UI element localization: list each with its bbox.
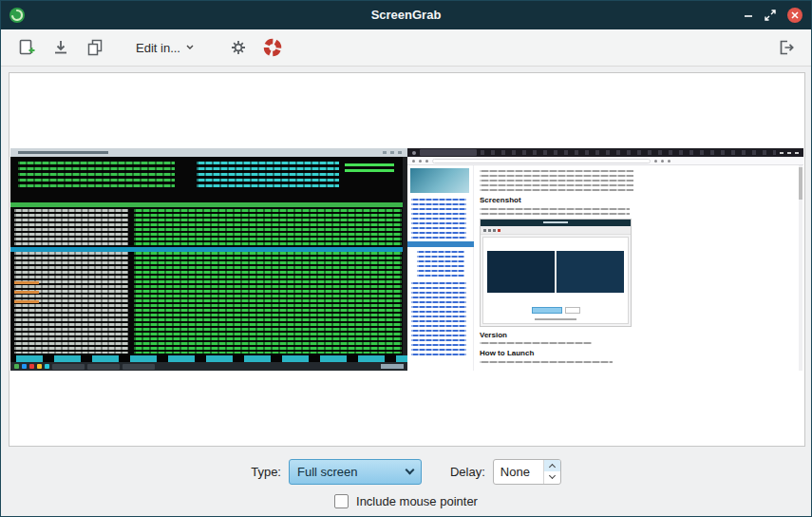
taskbar-app-icon: [37, 364, 42, 369]
delay-label: Delay:: [450, 465, 485, 479]
settings-button[interactable]: [224, 33, 253, 62]
type-label: Type:: [251, 465, 281, 479]
firefox-window-controls: [780, 152, 799, 154]
taskbar-app-icon: [45, 364, 49, 369]
maximize-button[interactable]: [764, 9, 777, 22]
window-controls: [743, 1, 803, 29]
toolbar: Edit in...: [1, 29, 811, 67]
preview-area: Screenshot: [9, 72, 805, 447]
htop-highlight-cell: [14, 281, 39, 284]
firefox-window: Screenshot: [407, 148, 803, 371]
type-select[interactable]: Full screen: [289, 459, 422, 485]
htop-column-header: [10, 202, 407, 207]
sidebar-cover-image: [410, 168, 469, 193]
htop-selected-row: [10, 247, 407, 252]
minimize-button[interactable]: [743, 10, 754, 21]
quit-button[interactable]: [771, 33, 800, 62]
delay-spinbox[interactable]: None: [493, 459, 561, 485]
heading-how-to-launch: How to Launch: [480, 349, 534, 357]
terminal-window: [10, 148, 407, 371]
htop-function-key-bar: [10, 355, 407, 362]
tab-favicon: [412, 151, 416, 155]
copy-button[interactable]: [81, 33, 109, 62]
taskbar-app-icon: [29, 364, 34, 369]
reload-icon: [425, 160, 428, 163]
edit-in-button[interactable]: Edit in...: [130, 33, 199, 62]
menu-icon: [668, 160, 670, 163]
save-button[interactable]: [47, 33, 75, 62]
save-icon: [50, 37, 71, 58]
new-screenshot-icon: [16, 37, 37, 58]
taskbar-window-button: [123, 364, 155, 370]
window-title: ScreenGrab: [1, 1, 811, 29]
htop-highlight-cell: [14, 291, 39, 294]
copy-icon: [85, 37, 105, 58]
firefox-navbar: [407, 157, 803, 165]
terminal-titlebar: [10, 148, 407, 157]
minimize-glyph: [780, 152, 784, 154]
screengrab-window: ScreenGrab: [0, 0, 812, 517]
spin-buttons: [543, 460, 560, 484]
sidebar-toc-links: [411, 282, 466, 356]
nav-icon: [661, 160, 664, 163]
include-pointer-label: Include mouse pointer: [356, 494, 478, 508]
paragraph: [480, 208, 630, 216]
embedded-toolbar: [481, 226, 631, 235]
manual-content: Screenshot: [474, 165, 645, 371]
chevron-up-icon: [549, 464, 556, 470]
help-lifebuoy-icon: [262, 37, 283, 58]
embedded-preview: [482, 237, 629, 324]
version-text-line: [480, 342, 592, 345]
desktop-taskbar: [10, 362, 407, 371]
spin-up-button[interactable]: [544, 460, 560, 472]
taskbar-window-button: [87, 364, 120, 370]
url-bar: [432, 159, 651, 163]
embedded-help-icon: [498, 229, 500, 232]
close-button[interactable]: [786, 7, 803, 24]
spin-down-button[interactable]: [544, 471, 560, 484]
capture-options-row: Type: Full screen Delay: None: [1, 458, 811, 485]
page-whitespace: [645, 165, 803, 371]
htop-cpu-meters: [18, 162, 175, 187]
combo-arrow-area[interactable]: [400, 460, 421, 484]
delay-value: None: [494, 460, 543, 484]
embedded-tool-icon: [488, 229, 491, 232]
taskbar-app-icon: [14, 364, 19, 369]
gear-icon: [229, 38, 248, 57]
pointer-option-row: Include mouse pointer: [1, 490, 811, 511]
embedded-titlebar: [481, 220, 631, 226]
help-button[interactable]: [258, 33, 287, 62]
heading-screenshot: Screenshot: [480, 196, 521, 204]
taskbar-window-button: [52, 364, 85, 370]
quit-icon: [775, 37, 796, 58]
sidebar-toc-links: [411, 199, 466, 239]
edit-in-label: Edit in...: [136, 41, 180, 55]
firefox-tabbar: [407, 148, 803, 157]
forward-icon: [419, 160, 422, 163]
embedded-tool-icon: [483, 229, 486, 232]
chevron-down-icon: [406, 466, 415, 475]
heading-version: Version: [480, 331, 507, 339]
taskbar-app-icon: [22, 364, 27, 369]
maximize-glyph: [787, 152, 791, 154]
embedded-tool-icon: [493, 229, 496, 232]
screenshot-thumbnail: Screenshot: [10, 148, 803, 371]
back-icon: [412, 160, 415, 163]
titlebar[interactable]: ScreenGrab: [1, 1, 811, 29]
embedded-screengrab-screenshot: [480, 219, 632, 327]
tab-strip: [481, 150, 776, 155]
embedded-delay-spinbox: [565, 307, 580, 314]
manual-sidebar: [407, 165, 474, 371]
new-screenshot-button[interactable]: [12, 33, 41, 62]
sidebar-sub-links: [417, 251, 464, 278]
include-pointer-checkbox[interactable]: [334, 494, 349, 508]
embedded-desktop-image: [487, 251, 624, 293]
manual-page: Screenshot: [407, 165, 803, 371]
launch-text-line: [480, 361, 613, 364]
embedded-type-select: [532, 307, 562, 314]
sidebar-selected-item: [407, 241, 474, 247]
intro-paragraph: [480, 170, 633, 193]
close-glyph: [795, 152, 799, 154]
htop-highlight-cell: [14, 300, 39, 303]
embedded-controls: [483, 307, 628, 314]
